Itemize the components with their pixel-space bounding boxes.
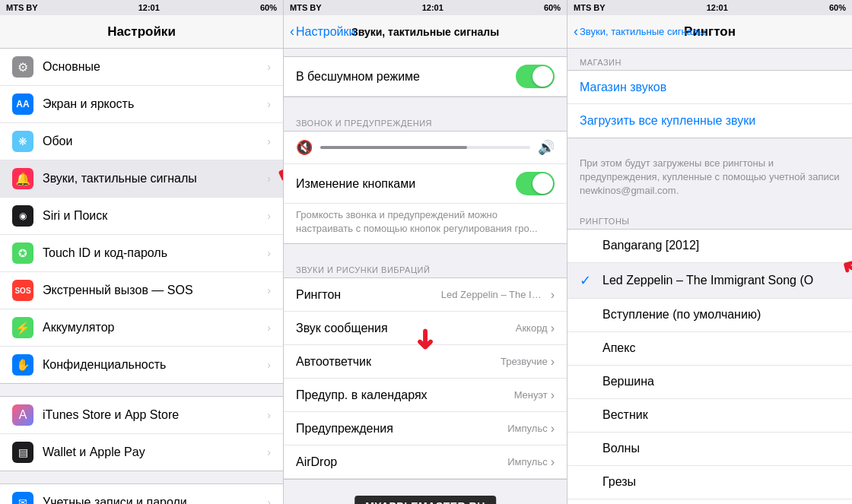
settings-item-wallet[interactable]: ▤ Wallet и Apple Pay › (0, 434, 283, 471)
calendar-label: Предупр. в календарях (296, 388, 428, 402)
download-all-item[interactable]: Загрузить все купленные звуки (567, 104, 852, 138)
nav-bar-left: Настройки (0, 15, 283, 49)
ringtone-item-vstuplenie[interactable]: Вступление (по умолчанию) (567, 299, 852, 332)
label-wallet: Wallet и Apple Pay (43, 445, 264, 459)
sms-value-container: Аккорд › (516, 322, 555, 335)
label-accounts: Учетные записи и пароли (43, 496, 264, 504)
time-right: 12:01 (707, 3, 728, 12)
chevron-sounds: › (267, 173, 271, 185)
reminders-value-container: Импульс › (507, 422, 555, 436)
time-middle: 12:01 (422, 3, 443, 12)
back-button-middle[interactable]: ‹ Настройки (290, 24, 355, 40)
ringtone-content: МАГАЗИН Магазин звуков Загрузить все куп… (567, 49, 852, 504)
ringtone-label-vstuplenie: Вступление (по умолчанию) (602, 308, 840, 322)
silent-toggle-row: В бесшумном режиме (284, 57, 567, 97)
change-buttons-knob (532, 173, 553, 194)
ringtone-label-ledzeppelin: Led Zeppelin – The Immigrant Song (O (602, 274, 840, 287)
ringtone-item-zyb[interactable]: Зыбь (567, 499, 852, 504)
label-privacy: Конфиденциальность (43, 358, 264, 372)
chevron-sms: › (551, 322, 555, 335)
page-title-left: Настройки (107, 24, 176, 40)
ringtone-item-volny[interactable]: Волны (567, 433, 852, 466)
ringtone-item-apex[interactable]: Апекс (567, 332, 852, 366)
battery-middle: 60% (544, 3, 561, 12)
ringtone-row[interactable]: Рингтон Led Zeppelin – The Immigrant Son… (284, 278, 567, 312)
icon-wallet: ▤ (12, 442, 33, 463)
settings-item-main[interactable]: ⚙ Основные › (0, 49, 283, 86)
airdrop-row[interactable]: AirDrop Импульс › (284, 445, 567, 479)
label-siri: Siri и Поиск (43, 209, 264, 223)
time-left: 12:01 (138, 3, 160, 12)
volume-high-icon: 🔊 (538, 139, 555, 156)
ringtone-item-vershina[interactable]: Вершина (567, 366, 852, 399)
settings-item-privacy[interactable]: ✋ Конфиденциальность › (0, 347, 283, 383)
settings-item-wallpaper[interactable]: ❋ Обои › (0, 123, 283, 160)
sms-label: Звук сообщения (296, 322, 388, 335)
icon-main: ⚙ (12, 56, 33, 78)
left-panel: MTS BY 12:01 60% Настройки ⚙ Основные › … (0, 0, 284, 504)
ringtone-item-grezy[interactable]: Грезы (567, 466, 852, 499)
ring-alert-group: 🔇 🔊 Изменение кнопками Громкость звонка … (284, 131, 567, 244)
label-itunes: iTunes Store и App Store (43, 408, 264, 422)
settings-item-itunes[interactable]: A iTunes Store и App Store › (0, 397, 283, 434)
chevron-wallpaper: › (267, 135, 271, 147)
ringtone-item-ledzeppelin[interactable]: ✓ Led Zeppelin – The Immigrant Song (O ➜ (567, 263, 852, 299)
autoanswer-row[interactable]: Автоответчик Трезвучие › (284, 345, 567, 379)
label-touchid: Touch ID и код-пароль (43, 246, 264, 260)
silent-group: В бесшумном режиме (284, 56, 567, 97)
section-store-header: МАГАЗИН (567, 49, 852, 70)
icon-siri: ◉ (12, 205, 33, 227)
sms-row[interactable]: Звук сообщения Аккорд › (284, 312, 567, 345)
volume-track[interactable] (320, 146, 530, 149)
chevron-touchid: › (267, 247, 271, 259)
back-chevron-middle: ‹ (290, 24, 294, 40)
ringtone-value: Led Zeppelin – The Immigrant Song... (441, 289, 548, 300)
watermark: MYAPPLEMASTER.RU (354, 496, 496, 504)
chevron-main: › (267, 61, 271, 73)
ringtone-item-vestnik[interactable]: Вестник (567, 399, 852, 433)
chevron-sos: › (267, 284, 271, 296)
settings-item-display[interactable]: AA Экран и яркость › (0, 86, 283, 123)
page-title-middle: Звуки, тактильные сигналы (351, 26, 499, 38)
chevron-calendar: › (551, 388, 555, 402)
label-battery: Аккумулятор (43, 321, 264, 334)
nav-bar-right: ‹ Звуки, тактильные сигналы Рингтон (567, 15, 852, 49)
section-ring-alert: ЗВОНОК И ПРЕДУПРЕЖДЕНИЯ (284, 109, 567, 131)
chevron-display: › (267, 98, 271, 110)
change-buttons-toggle[interactable] (516, 172, 555, 195)
checkmark-ledzeppelin: ✓ (580, 272, 595, 289)
watermark-container: MYAPPLEMASTER.RU (284, 492, 567, 504)
settings-item-accounts[interactable]: ✉ Учетные записи и пароли › (0, 484, 283, 504)
ringtone-label-vershina: Вершина (602, 375, 840, 388)
back-button-right[interactable]: ‹ Звуки, тактильные сигналы (574, 24, 705, 40)
battery-right: 60% (829, 3, 846, 12)
ringtone-label-grezy: Грезы (602, 475, 840, 489)
settings-item-battery[interactable]: ⚡ Аккумулятор › (0, 309, 283, 347)
store-sounds-item[interactable]: Магазин звуков (567, 71, 852, 104)
calendar-row[interactable]: Предупр. в календарях Менуэт › (284, 379, 567, 412)
store-section: Магазин звуков Загрузить все купленные з… (567, 70, 852, 138)
settings-item-sos[interactable]: SOS Экстренный вызов — SOS › (0, 272, 283, 309)
sms-value: Аккорд (516, 322, 548, 334)
ringtone-item-bangarang[interactable]: Bangarang [2012] (567, 230, 852, 263)
carrier-right: MTS BY (574, 3, 606, 12)
silent-toggle-knob (532, 66, 553, 87)
settings-item-sounds[interactable]: 🔔 Звуки, тактильные сигналы › ➜ (0, 160, 283, 198)
nav-bar-middle: ‹ Настройки Звуки, тактильные сигналы (284, 15, 567, 49)
settings-item-touchid[interactable]: ✪ Touch ID и код-пароль › (0, 235, 283, 272)
ringtone-label-bangarang: Bangarang [2012] (602, 239, 840, 252)
status-bar-middle: MTS BY 12:01 60% (284, 0, 567, 15)
section-ringtones-header: РИНГТОНЫ (567, 208, 852, 229)
label-display: Экран и яркость (43, 97, 264, 111)
label-main: Основные (43, 60, 264, 74)
middle-panel: MTS BY 12:01 60% ‹ Настройки Звуки, такт… (284, 0, 567, 504)
airdrop-value-container: Импульс › (507, 455, 555, 469)
status-bar-left: MTS BY 12:01 60% (0, 0, 283, 15)
change-buttons-row: Изменение кнопками (284, 164, 567, 204)
silent-toggle[interactable] (516, 65, 555, 88)
chevron-airdrop: › (551, 455, 555, 469)
settings-item-siri[interactable]: ◉ Siri и Поиск › (0, 198, 283, 235)
volume-fill (320, 146, 467, 149)
chevron-battery: › (267, 322, 271, 334)
reminders-row[interactable]: Предупреждения Импульс › (284, 412, 567, 445)
